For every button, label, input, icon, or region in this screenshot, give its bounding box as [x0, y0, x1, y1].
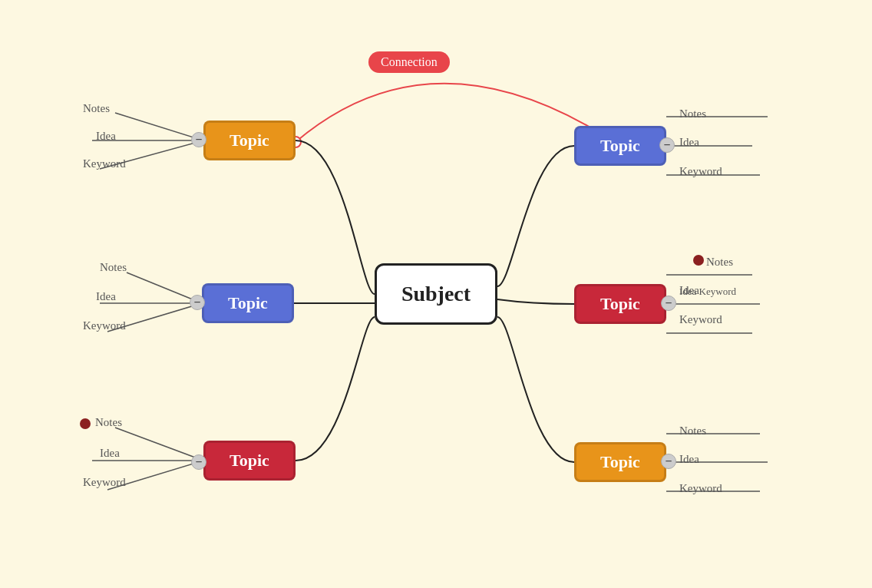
mid-right-dot	[693, 255, 704, 266]
connection-label: Connection	[368, 51, 450, 73]
mid-left-minus[interactable]: −	[190, 295, 205, 310]
mid-right-minus[interactable]: −	[661, 296, 676, 311]
topic-bot-right[interactable]: Topic	[574, 442, 666, 482]
bot-left-notes: Notes	[95, 416, 122, 429]
svg-line-2	[115, 113, 203, 140]
top-left-minus[interactable]: −	[191, 132, 206, 147]
top-right-keyword: Keyword	[679, 165, 722, 178]
top-left-idea: Idea	[96, 130, 116, 143]
topic-bot-left[interactable]: Topic	[203, 441, 296, 481]
bot-right-notes: Notes	[679, 424, 706, 438]
topic-mid-left[interactable]: Topic	[202, 283, 294, 323]
mid-left-idea: Idea	[96, 290, 116, 303]
top-right-minus[interactable]: −	[659, 137, 675, 153]
bot-left-idea: Idea	[100, 447, 120, 460]
mid-left-notes: Notes	[100, 261, 127, 274]
top-right-notes: Notes	[679, 107, 706, 121]
bot-right-minus[interactable]: −	[661, 454, 676, 469]
idea-keyword-label: Idea Keyword	[679, 286, 736, 298]
topic-top-right[interactable]: Topic	[574, 126, 666, 166]
mid-right-keyword: Keyword	[679, 313, 722, 326]
bot-left-minus[interactable]: −	[191, 454, 206, 470]
bot-right-keyword: Keyword	[679, 482, 722, 495]
bot-right-idea: Idea	[679, 453, 699, 466]
svg-line-8	[115, 428, 203, 461]
top-left-keyword: Keyword	[83, 157, 126, 170]
top-right-idea: Idea	[679, 136, 699, 149]
bot-left-keyword: Keyword	[83, 476, 126, 489]
mid-left-keyword: Keyword	[83, 319, 126, 332]
subject-box[interactable]: Subject	[375, 263, 497, 325]
top-left-notes: Notes	[83, 102, 110, 115]
bot-left-dot	[80, 418, 91, 429]
topic-top-left[interactable]: Topic	[203, 121, 296, 160]
topic-mid-right[interactable]: Topic	[574, 284, 666, 324]
mid-right-notes: Notes	[706, 256, 733, 269]
